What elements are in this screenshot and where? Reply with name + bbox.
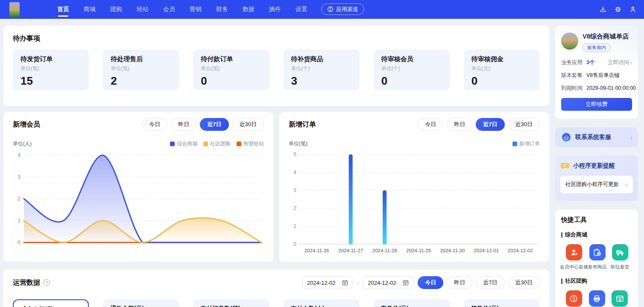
members-filter-last7d[interactable]: 近7日 [200,118,228,131]
todo-card-value: 0 [201,74,261,88]
tool-item[interactable]: 会员中心装修 [562,244,586,270]
nav-item-9[interactable]: 插件 [269,0,281,19]
app-channel-label: 应用渠道 [336,6,358,13]
tool-item[interactable]: 订单发货 [609,290,632,307]
main-nav: 首页商城团购轻站会员营销财务数据插件设置 [57,0,307,19]
operation-metric-label: 退款金额(元) [110,305,172,307]
nav-item-7[interactable]: 财务 [216,0,228,19]
members-filter-today[interactable]: 今日 [142,118,167,131]
nav-item-10[interactable]: 设置 [296,0,307,19]
todo-card[interactable]: 待付款订单单位(笔)0 [193,50,269,90]
todo-card[interactable]: 待发货订单单位(笔)15 [13,50,89,90]
nav-item-2[interactable]: 商城 [84,0,96,19]
operation-metric-card[interactable]: 支付订单数(笔) [193,299,269,307]
nav-item-8[interactable]: 数据 [243,0,255,19]
legend-label: 综合商城 [177,140,197,148]
nav-item-label: 轻站 [137,6,149,13]
todo-card-title: 待付款订单 [201,55,261,63]
tool-item[interactable]: 打印标签 [585,290,609,307]
date-from-input[interactable]: 2024-12-02 [302,276,353,289]
legend-label: 新增订单 [519,140,540,148]
orders-filter-last7d[interactable]: 近7日 [476,118,504,131]
todo-card[interactable]: 待审核佣金单位(元)0 [464,50,540,90]
user-icon[interactable] [629,5,637,14]
right-sidebar: V8综合商城单店 服务期内 业务应用3个立即访问›版本套餐V8售后单店铺到期时间… [555,26,638,307]
member-decorate-icon [566,244,582,260]
operation-data-panel: 运营数据 ? 2024-12-02 - 2024-12-02 今日昨日近7日近3… [3,269,549,307]
operation-filter-last7d[interactable]: 近7日 [476,276,504,289]
date-to-value: 2024-12-02 [368,280,396,286]
todo-card-unit: 单位(元) [471,65,532,72]
orders-filter-today[interactable]: 今日 [418,118,443,131]
todo-card-value: 15 [20,74,81,88]
svg-text:4: 4 [18,152,20,158]
visit-now-label: 立即访问 [608,59,629,66]
contact-support-card[interactable]: 联系系统客服 › [555,127,638,147]
date-to-input[interactable]: 2024-12-02 [363,276,413,289]
legend-swatch [512,142,517,146]
svg-text:2: 2 [293,205,296,211]
shop-row-label: 到期时间 [561,85,583,92]
operation-metric-label: 笔单价(元) [471,305,533,307]
chat-bubble-icon [560,161,570,171]
operation-metric-card[interactable]: 成交金额(元) [13,299,89,307]
svg-text:2024-11-29: 2024-11-29 [406,248,431,253]
tool-item[interactable]: 管理小程序 [562,290,585,307]
svg-text:2024-11-27: 2024-11-27 [338,248,363,253]
help-icon[interactable]: ? [43,279,50,286]
date-range-separator: - [357,280,359,286]
tool-group-name: 社区团购 [565,277,587,285]
miniapp-update-item[interactable]: 社区团购小程序可更新 › [560,176,633,193]
visit-now-link[interactable]: 立即访问› [608,59,632,66]
operation-metric-card[interactable]: 客单价(元) [374,299,450,307]
new-orders-panel: 新增订单 今日昨日近7日近30日 单位(笔) 新增订单 0123452024-1… [279,112,549,262]
members-filter-last30d[interactable]: 近30日 [232,118,264,131]
todo-card-unit: 单位(个) [381,65,442,72]
nav-item-3[interactable]: 团购 [110,0,122,19]
app-logo[interactable] [9,2,20,17]
todo-card-title: 待处理售后 [111,55,171,63]
operation-metric-card[interactable]: 笔单价(元) [464,299,540,307]
todo-card-value: 0 [381,74,442,88]
operation-filter-today[interactable]: 今日 [418,276,443,289]
orders-time-filters: 今日昨日近7日近30日 [418,118,540,131]
operation-filter-yesterday[interactable]: 昨日 [447,276,472,289]
go-ship-icon [612,244,628,260]
todo-card[interactable]: 待审核会员单位(个)0 [374,50,450,90]
nav-item-label: 营销 [190,6,202,13]
todo-card[interactable]: 待处理售后单位(笔)2 [103,50,179,90]
shop-info-row: 业务应用3个立即访问› [561,59,632,66]
operation-metric-card[interactable]: 支付人数(人) [284,299,360,307]
group-accent-bar [561,278,562,284]
app-channel-button[interactable]: 应用渠道 [321,3,364,15]
nav-item-1[interactable]: 首页 [57,0,69,19]
orders-filter-yesterday[interactable]: 昨日 [447,118,472,131]
operation-metric-card[interactable]: 退款金额(元) [103,299,179,307]
nav-item-5[interactable]: 会员 [163,0,175,19]
shop-info-card: V8综合商城单店 服务期内 业务应用3个立即访问›版本套餐V8售后单店铺到期时间… [555,26,638,119]
members-filter-yesterday[interactable]: 昨日 [171,118,196,131]
legend-swatch [170,142,175,146]
download-icon[interactable] [599,5,607,14]
navbar-actions [599,0,637,19]
quick-tools-groups: 综合商城会员中心装修发布商品前往发货社区团购管理小程序打印标签订单发货 [561,231,632,307]
members-time-filters: 今日昨日近7日近30日 [142,118,264,131]
todo-card[interactable]: 待补货商品单位(个)3 [284,50,360,90]
members-area-chart: 01234 [13,149,264,249]
operation-filter-last30d[interactable]: 近30日 [508,276,540,289]
todo-cards: 待发货订单单位(笔)15待处理售后单位(笔)2待付款订单单位(笔)0待补货商品单… [13,50,540,90]
tool-item[interactable]: 前往发货 [609,244,631,270]
shop-info-rows: 业务应用3个立即访问›版本套餐V8售后单店铺到期时间2029-09-01 00:… [561,59,632,92]
renew-button[interactable]: 立即续费 [561,98,632,111]
orders-filter-last30d[interactable]: 近30日 [508,118,540,131]
miniapp-update-item-label: 社区团购小程序可更新 [565,181,619,188]
settings-icon[interactable] [614,5,622,14]
todo-card-unit: 单位(个) [291,65,352,72]
nav-item-6[interactable]: 营销 [190,0,202,19]
customer-service-icon [561,132,572,143]
tool-item-label: 发布商品 [588,264,607,270]
nav-item-4[interactable]: 轻站 [137,0,149,19]
publish-goods-icon [589,244,606,260]
tool-item[interactable]: 发布商品 [586,244,609,270]
todo-card-title: 待审核会员 [381,55,442,63]
